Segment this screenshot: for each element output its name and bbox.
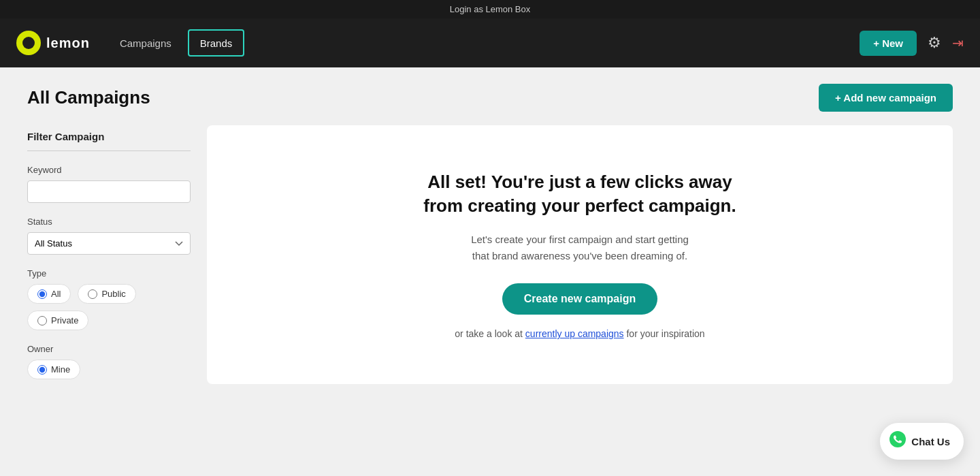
nav-campaigns[interactable]: Campaigns bbox=[106, 18, 185, 67]
logout-icon: ⇥ bbox=[952, 35, 964, 51]
type-option-public[interactable]: Public bbox=[78, 284, 135, 304]
keyword-label: Keyword bbox=[27, 165, 191, 175]
page-header: All Campaigns + Add new campaign bbox=[0, 67, 980, 125]
navbar: lemon Campaigns Brands + New ⚙ ⇥ bbox=[0, 18, 980, 67]
owner-group: Mine bbox=[27, 360, 191, 379]
logo-area: lemon bbox=[16, 31, 90, 55]
svg-point-0 bbox=[889, 431, 906, 447]
top-banner-text: Login as Lemon Box bbox=[450, 4, 531, 14]
type-radio-all[interactable] bbox=[37, 289, 47, 299]
owner-label: Owner bbox=[27, 344, 191, 354]
owner-label-mine: Mine bbox=[51, 364, 70, 375]
keyword-input[interactable] bbox=[27, 180, 191, 203]
owner-radio-mine[interactable] bbox=[37, 365, 47, 375]
status-label: Status bbox=[27, 217, 191, 227]
chat-us-label: Chat Us bbox=[911, 436, 950, 447]
filter-sidebar: Filter Campaign Keyword Status All Statu… bbox=[27, 125, 191, 384]
empty-subtitle: Let's create your first campaign and sta… bbox=[423, 232, 736, 264]
logo-icon bbox=[16, 31, 41, 55]
inspiration-text: or take a look at currently up campaigns… bbox=[423, 328, 736, 339]
page-title: All Campaigns bbox=[27, 87, 150, 108]
type-radio-private[interactable] bbox=[37, 316, 47, 326]
type-label-all: All bbox=[51, 289, 61, 299]
type-option-all[interactable]: All bbox=[27, 284, 71, 304]
create-campaign-button[interactable]: Create new campaign bbox=[502, 283, 658, 315]
inspiration-prefix: or take a look at bbox=[455, 328, 525, 339]
inspiration-suffix: for your inspiration bbox=[624, 328, 705, 339]
gear-icon: ⚙ bbox=[928, 34, 941, 52]
nav-brands[interactable]: Brands bbox=[188, 29, 245, 57]
empty-state-area: All set! You're just a few clicks awayfr… bbox=[207, 125, 953, 384]
nav-right: + New ⚙ ⇥ bbox=[860, 31, 964, 56]
status-select[interactable]: All Status Active Inactive Draft bbox=[27, 232, 191, 255]
empty-title: All set! You're just a few clicks awayfr… bbox=[423, 170, 736, 218]
main-content: Filter Campaign Keyword Status All Statu… bbox=[0, 125, 980, 411]
settings-button[interactable]: ⚙ bbox=[928, 34, 941, 52]
type-option-private[interactable]: Private bbox=[27, 311, 88, 330]
type-label: Type bbox=[27, 268, 191, 279]
nav-links: Campaigns Brands bbox=[106, 18, 247, 67]
filter-divider bbox=[27, 150, 191, 151]
type-radio-public[interactable] bbox=[88, 289, 97, 299]
whatsapp-icon bbox=[889, 431, 906, 451]
create-button-wrapper: Create new campaign bbox=[423, 283, 736, 328]
empty-state-content: All set! You're just a few clicks awayfr… bbox=[423, 170, 736, 339]
chat-us-button[interactable]: Chat Us bbox=[880, 423, 964, 460]
type-label-public: Public bbox=[101, 289, 125, 299]
logo-text: lemon bbox=[46, 35, 90, 51]
new-button[interactable]: + New bbox=[860, 31, 917, 56]
logo-circle-inner bbox=[22, 37, 35, 49]
inspiration-link[interactable]: currently up campaigns bbox=[525, 328, 624, 339]
top-banner: Login as Lemon Box bbox=[0, 0, 980, 18]
logout-button[interactable]: ⇥ bbox=[952, 35, 964, 51]
type-label-private: Private bbox=[51, 315, 78, 326]
add-campaign-button[interactable]: + Add new campaign bbox=[819, 84, 953, 112]
owner-option-mine[interactable]: Mine bbox=[27, 360, 80, 379]
type-group: All Public Private bbox=[27, 284, 191, 330]
filter-title: Filter Campaign bbox=[27, 131, 191, 142]
